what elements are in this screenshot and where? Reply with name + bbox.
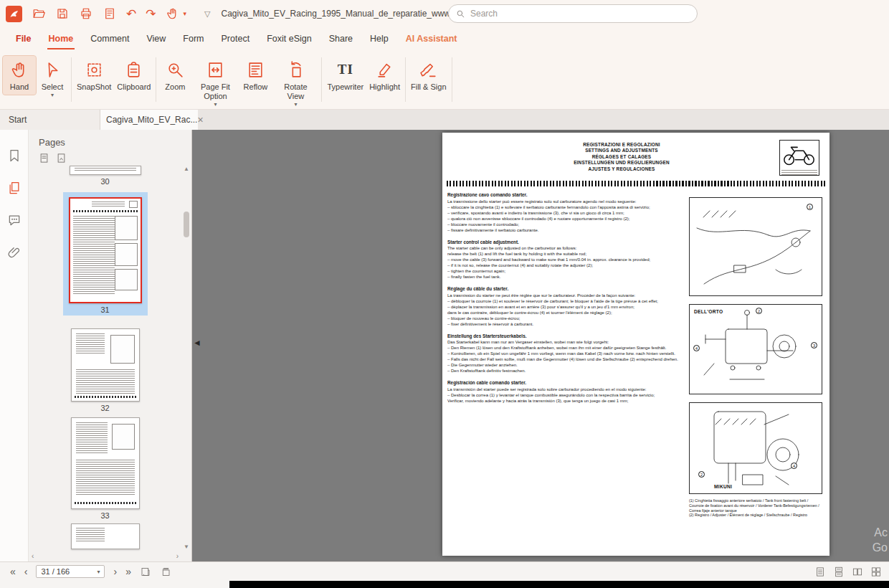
pdf-page-31: REGISTRAZIONI E REGOLAZIONI SETTINGS AND… bbox=[442, 133, 829, 556]
thumbnail-page-34[interactable] bbox=[71, 523, 140, 549]
thumbnail-options-icon[interactable] bbox=[39, 153, 49, 163]
menu-help[interactable]: Help bbox=[361, 27, 397, 52]
tool-hand[interactable]: Hand bbox=[3, 56, 36, 95]
tool-highlight[interactable]: Highlight bbox=[366, 56, 403, 95]
menu-form[interactable]: Form bbox=[174, 27, 212, 52]
thumb-decor bbox=[76, 460, 135, 495]
scroll-left-icon[interactable]: ‹ bbox=[32, 551, 34, 561]
thumbnail-number: 32 bbox=[71, 404, 140, 412]
thumb-decor bbox=[129, 201, 138, 208]
search-input[interactable] bbox=[470, 9, 690, 19]
previous-view-icon[interactable] bbox=[140, 566, 151, 577]
menu-file[interactable]: File bbox=[7, 27, 40, 52]
thumbnail-page-31-selected[interactable]: 31 bbox=[63, 192, 148, 316]
hand-tool-caret-icon[interactable]: ▾ bbox=[184, 10, 187, 17]
bookmarks-panel-icon[interactable] bbox=[7, 148, 22, 163]
attachments-panel-icon[interactable] bbox=[7, 245, 22, 260]
foxit-reader-window: ↶ ↷ ▾ ▽ Cagiva_Mito_EV_Racing_1995_Manua… bbox=[0, 0, 889, 588]
heading-line: EINSTELLUNGEN UND REGULIERUNGEN bbox=[482, 160, 761, 166]
navigation-icon-strip bbox=[0, 130, 29, 561]
previous-page-button[interactable]: ‹ bbox=[24, 566, 28, 577]
tool-zoom[interactable]: Zoom bbox=[158, 56, 191, 95]
document-tabstrip: Start Cagiva_Mito_EV_Rac... × bbox=[0, 110, 889, 130]
tool-typewriter[interactable]: TI Typewriter bbox=[324, 56, 366, 95]
thumbnail-page-32[interactable]: 32 bbox=[71, 328, 140, 412]
main-area: Pages 30 bbox=[0, 130, 889, 561]
statusbar-view-modes bbox=[814, 566, 889, 577]
next-view-icon[interactable] bbox=[160, 566, 171, 577]
figure-mikuni-carburettor: 2 4 MIKUNI bbox=[689, 402, 822, 494]
thumbnail-horizontal-scrollbar[interactable]: ‹ › bbox=[29, 551, 181, 561]
menu-ai-assistant[interactable]: AI Assistant bbox=[397, 27, 466, 52]
tab-document[interactable]: Cagiva_Mito_EV_Rac... × bbox=[100, 110, 198, 130]
panel-collapse-handle[interactable]: ◄ bbox=[193, 338, 201, 348]
undo-button[interactable]: ↶ bbox=[126, 8, 136, 20]
callout-2: 2 bbox=[756, 308, 762, 314]
caret-down-icon: ▾ bbox=[294, 101, 297, 108]
section-body: Das Starterkabel kann man nur am Vergase… bbox=[447, 339, 684, 374]
caret-down-icon: ▾ bbox=[214, 101, 217, 108]
menu-home[interactable]: Home bbox=[40, 27, 82, 52]
menu-foxit-esign[interactable]: Foxit eSign bbox=[258, 27, 320, 52]
hand-tool-button[interactable] bbox=[166, 6, 180, 21]
view-continuous-facing-icon[interactable] bbox=[870, 566, 882, 577]
logo-caption-lines bbox=[781, 170, 817, 176]
first-page-button[interactable]: « bbox=[10, 566, 16, 577]
next-page-button[interactable]: › bbox=[113, 566, 117, 577]
ribbon-separator bbox=[156, 57, 156, 102]
document-view-area[interactable]: ◄ REGISTRAZIONI E REGOLAZIONI SETTINGS A… bbox=[192, 130, 889, 561]
quick-print-button[interactable] bbox=[103, 6, 117, 21]
tool-label: Zoom bbox=[165, 82, 185, 92]
tool-rotate-view[interactable]: Rotate View ▾ bbox=[272, 56, 319, 110]
thumb-decor bbox=[115, 269, 138, 290]
page-number-field[interactable]: 31 / 166 ▾ bbox=[36, 565, 105, 578]
tool-page-fit-option[interactable]: Page Fit Option ▾ bbox=[191, 56, 239, 110]
tool-label: SnapShot bbox=[77, 82, 111, 92]
tool-snapshot[interactable]: SnapShot bbox=[74, 56, 114, 95]
watermark-fragment: Go bbox=[873, 541, 888, 554]
redo-button[interactable]: ↷ bbox=[146, 8, 156, 20]
figure-dellorto-carburettor: DELL'ORTO 2 3 4 bbox=[689, 304, 822, 394]
thumbnail-page-33[interactable]: 33 bbox=[71, 417, 140, 520]
thumb-decor bbox=[76, 333, 105, 355]
scroll-right-icon[interactable]: › bbox=[176, 551, 179, 561]
view-single-page-icon[interactable] bbox=[814, 566, 826, 577]
section-spanish: Registración cable comando starter. La t… bbox=[447, 380, 684, 404]
tool-reflow[interactable]: Reflow bbox=[239, 56, 272, 95]
view-facing-icon[interactable] bbox=[852, 566, 863, 577]
tab-close-icon[interactable]: × bbox=[197, 115, 203, 125]
tool-label: Typewriter bbox=[327, 82, 363, 92]
open-file-button[interactable] bbox=[32, 6, 46, 21]
tab-start[interactable]: Start bbox=[0, 110, 100, 130]
thumb-decor bbox=[110, 335, 135, 364]
menu-share[interactable]: Share bbox=[320, 27, 361, 52]
thumbnail-number: 33 bbox=[71, 511, 140, 520]
thumb-decor bbox=[75, 396, 136, 398]
thumbnail-page-30[interactable]: 30 bbox=[70, 166, 141, 186]
tool-clipboard[interactable]: Clipboard bbox=[114, 56, 153, 95]
callout-2: 2 bbox=[698, 471, 705, 478]
menu-comment[interactable]: Comment bbox=[82, 27, 138, 52]
comments-panel-icon[interactable] bbox=[7, 213, 22, 227]
search-box[interactable] bbox=[448, 4, 698, 23]
foxit-logo-icon bbox=[6, 6, 22, 22]
heading-line: RÉGLAGES ET CALAGES bbox=[482, 154, 761, 160]
thumbnail-preview bbox=[71, 328, 140, 402]
tool-fill-and-sign[interactable]: Fill & Sign bbox=[408, 56, 450, 95]
tool-select[interactable]: Select ▾ bbox=[36, 56, 69, 101]
thumb-decor bbox=[92, 201, 125, 207]
menu-view[interactable]: View bbox=[138, 27, 174, 52]
ribbon-separator bbox=[452, 57, 452, 102]
last-page-button[interactable]: » bbox=[125, 566, 131, 577]
thumbnail-size-icon[interactable] bbox=[56, 153, 67, 163]
save-button[interactable] bbox=[55, 6, 70, 21]
scroll-down-icon[interactable]: ▼ bbox=[181, 544, 191, 550]
print-button[interactable] bbox=[79, 6, 93, 21]
thumbnail-vertical-scrollbar[interactable]: ▲ ▼ bbox=[181, 164, 191, 551]
ribbon-toggle-icon[interactable]: ▽ bbox=[204, 9, 210, 19]
menu-protect[interactable]: Protect bbox=[213, 27, 259, 52]
view-continuous-icon[interactable] bbox=[833, 566, 845, 577]
pages-panel-icon[interactable] bbox=[7, 181, 22, 195]
scroll-up-icon[interactable]: ▲ bbox=[181, 166, 191, 172]
scrollbar-thumb[interactable] bbox=[184, 212, 189, 237]
